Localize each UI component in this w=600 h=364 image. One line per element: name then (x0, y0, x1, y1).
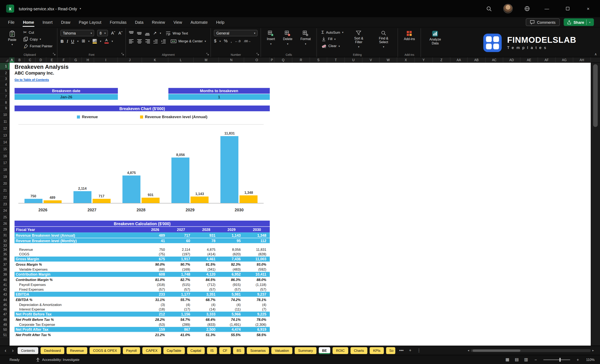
row-header-36[interactable]: 36 (0, 257, 9, 262)
globe-icon[interactable] (522, 4, 532, 14)
calc-cell[interactable]: 1,348 (244, 232, 270, 238)
calc-cell[interactable]: 31.1% (142, 297, 169, 302)
menu-view[interactable]: View (169, 18, 187, 27)
row-header-51[interactable]: 51 (0, 332, 9, 337)
calc-cell[interactable]: 74.2% (219, 297, 244, 302)
row-header-42[interactable]: 42 (0, 287, 9, 292)
calc-cell[interactable]: (4) (194, 302, 219, 307)
sheet-tab-cogs-opex[interactable]: COGS & OPEX (90, 347, 120, 354)
fiscal-year-2028[interactable]: 2028 (194, 227, 219, 233)
calc-cell[interactable]: 78.1% (244, 297, 270, 302)
scroll-left-icon[interactable]: ◂ (468, 349, 469, 352)
calc-cell[interactable]: (75) (142, 252, 169, 257)
align-center-icon[interactable] (137, 39, 142, 43)
row-header-34[interactable]: 34 (0, 247, 9, 252)
calc-cell[interactable]: 931 (194, 232, 219, 238)
column-header-ah[interactable]: AH (573, 57, 591, 62)
addins-button[interactable]: Add-ins (401, 29, 417, 42)
calc-cell[interactable]: 82.7% (168, 277, 194, 282)
calc-cell[interactable]: 74.1% (219, 317, 244, 322)
menu-formulas[interactable]: Formulas (106, 18, 131, 27)
increase-decimal-button[interactable]: ←.0 (235, 40, 240, 43)
row-header-7[interactable]: 7 (0, 94, 9, 99)
calc-cell[interactable]: (289) (168, 322, 194, 327)
calc-cell[interactable]: 55.7% (168, 297, 194, 302)
calc-cell[interactable]: 1,917 (168, 257, 194, 262)
calc-cell[interactable]: 3,333 (194, 311, 219, 317)
calc-cell[interactable]: (53) (142, 322, 169, 327)
calc-cell[interactable]: (414) (194, 252, 219, 257)
calc-cell[interactable]: 4,461 (194, 257, 219, 262)
calc-cell[interactable]: 11,003 (244, 257, 270, 262)
calc-cell[interactable]: 55.5% (219, 332, 244, 337)
menu-data[interactable]: Data (131, 18, 148, 27)
row-header-16[interactable]: 16 (0, 153, 9, 159)
calc-cell[interactable]: 2,500 (194, 327, 219, 332)
sheet-tab-bs[interactable]: BS (233, 347, 245, 354)
row-header-21[interactable]: 21 (0, 187, 9, 194)
column-header-ac[interactable]: AC (486, 57, 503, 62)
column-header-ab[interactable]: AB (468, 57, 486, 62)
wrap-text-button[interactable]: Wrap Text (164, 30, 189, 36)
menu-draw[interactable]: Draw (57, 18, 75, 27)
vertical-scrollbar-thumb[interactable] (593, 64, 598, 127)
menu-home[interactable]: Home (19, 18, 38, 27)
calc-cell[interactable]: 90.0% (142, 262, 169, 267)
column-header-i[interactable]: I (94, 57, 118, 62)
calc-cell[interactable]: 95 (219, 238, 244, 243)
dialog-launcher-icon[interactable] (257, 53, 260, 56)
row-header-11[interactable]: 11 (0, 118, 9, 125)
calc-cell[interactable]: 1,748 (168, 272, 194, 277)
menu-review[interactable]: Review (148, 18, 169, 27)
sheet-tab-summary[interactable]: Summary (295, 347, 316, 354)
calc-cell[interactable]: 8,056 (219, 247, 244, 252)
column-header-u[interactable]: U (345, 57, 362, 62)
borders-button[interactable]: ⊞ (82, 39, 85, 43)
calc-cell[interactable]: (18) (142, 307, 169, 311)
column-header-a[interactable]: A (9, 57, 14, 62)
calc-cell[interactable]: (620) (219, 252, 244, 257)
column-header-s[interactable]: S (310, 57, 327, 62)
row-header-32[interactable]: 32 (0, 238, 9, 244)
row-header-9[interactable]: 9 (0, 106, 9, 111)
calc-cell[interactable]: 112 (244, 238, 270, 243)
calc-cell[interactable]: (592) (244, 267, 270, 272)
column-header-l[interactable]: L (168, 57, 194, 62)
column-header-ae[interactable]: AE (520, 57, 538, 62)
row-header-33[interactable]: 33 (0, 244, 9, 247)
calc-cell[interactable]: 28.2% (142, 317, 169, 322)
breakeven-chart[interactable]: RevenueRevenue Breakeven level (Annual) … (14, 113, 270, 214)
row-header-23[interactable]: 23 (0, 201, 9, 208)
decrease-indent-icon[interactable] (153, 39, 158, 43)
find-select-button[interactable]: Find & Select▾ (373, 29, 395, 49)
calc-cell[interactable]: (57) (244, 287, 270, 292)
column-header-w[interactable]: W (380, 57, 397, 62)
row-header-50[interactable]: 50 (0, 327, 9, 332)
format-cells-button[interactable]: Format▾ (298, 29, 313, 46)
column-header-h[interactable]: H (82, 57, 94, 62)
font-color-button[interactable]: A (104, 39, 109, 44)
spreadsheet-canvas[interactable]: Breakeven Analysis ABC Company Inc. Go t… (9, 63, 591, 346)
calc-cell[interactable]: 11,831 (244, 247, 270, 252)
zoom-slider[interactable] (543, 359, 570, 360)
italic-button[interactable]: I (66, 39, 68, 43)
row-header-41[interactable]: 41 (0, 282, 9, 287)
row-header-15[interactable]: 15 (0, 146, 9, 153)
sheet-tab-revenue[interactable]: Revenue (66, 347, 87, 354)
calc-cell[interactable]: 84.5% (194, 277, 219, 282)
row-header-1[interactable]: 1 (0, 63, 9, 70)
sheet-tab-contents[interactable]: Contents (18, 347, 38, 354)
sheet-tab-payroll[interactable]: Payroll (122, 347, 140, 354)
menu-insert[interactable]: Insert (38, 18, 57, 27)
calc-cell[interactable]: 2,114 (168, 247, 194, 252)
dialog-launcher-icon[interactable] (121, 53, 124, 56)
font-name-select[interactable]: Tahoma▾ (61, 30, 94, 36)
zoom-out-button[interactable]: − (534, 357, 538, 362)
column-header-f[interactable]: F (58, 57, 70, 62)
zoom-in-button[interactable]: + (576, 357, 580, 362)
cut-button[interactable]: ✂Cut (22, 29, 54, 35)
increase-font-icon[interactable]: Aˆ (111, 31, 115, 35)
calc-cell[interactable]: 489 (142, 232, 169, 238)
row-header-8[interactable]: 8 (0, 99, 9, 106)
menu-automate[interactable]: Automate (186, 18, 212, 27)
